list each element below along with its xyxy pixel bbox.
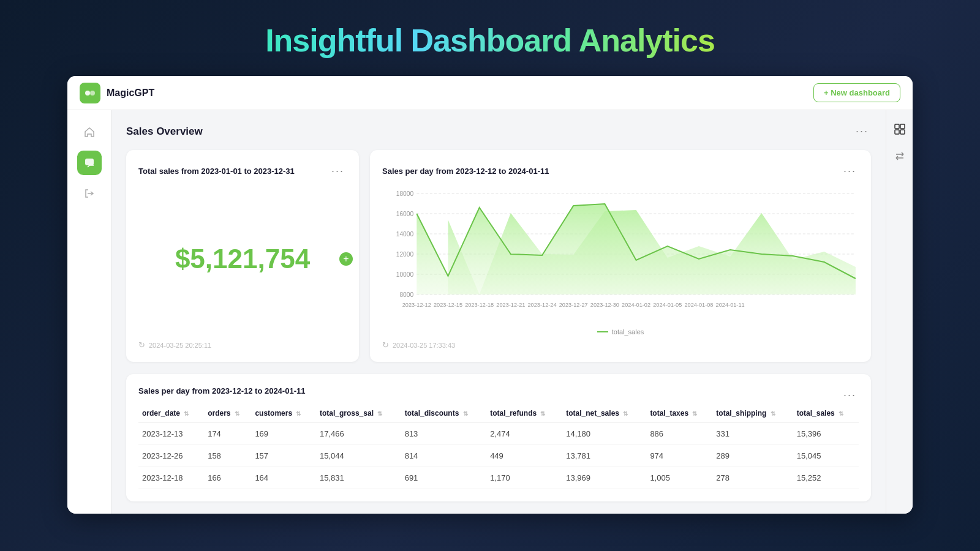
table-header: order_date ⇅ orders ⇅ customers ⇅ total_… [138, 404, 859, 423]
refresh-icon: ↻ [138, 340, 145, 350]
sidebar-chat-icon[interactable] [77, 151, 102, 175]
svg-text:2023-12-21: 2023-12-21 [496, 302, 525, 308]
stat-card-footer: ↻ 2024-03-25 20:25:11 [138, 340, 347, 350]
sort-icon: ⇅ [184, 410, 189, 417]
table-cell: 15,252 [793, 467, 859, 489]
legend-line [597, 331, 608, 332]
add-button[interactable]: + [339, 252, 353, 266]
svg-text:14000: 14000 [396, 231, 414, 238]
col-total-net-sales: total_net_sales ⇅ [562, 404, 646, 423]
chart-card-footer: ↻ 2024-03-25 17:33:43 [382, 340, 859, 350]
sort-icon: ⇅ [839, 410, 843, 417]
sort-icon: ⇅ [296, 410, 301, 417]
table-body: 2023-12-1317416917,4668132,47414,1808863… [138, 423, 859, 489]
col-total-taxes: total_taxes ⇅ [646, 404, 712, 423]
stat-card-body: $5,121,754 + [138, 182, 347, 335]
main-layout: Sales Overview ··· Total sales from 2023… [67, 110, 913, 514]
table-cell: 813 [401, 423, 486, 445]
section-header: Sales Overview ··· [126, 122, 871, 140]
col-total-gross-sal: total_gross_sal ⇅ [316, 404, 401, 423]
sort-icon: ⇅ [235, 410, 239, 417]
table-row: 2023-12-1317416917,4668132,47414,1808863… [138, 423, 859, 445]
svg-rect-29 [895, 124, 899, 129]
section-title: Sales Overview [126, 126, 203, 138]
table-cell: 169 [251, 423, 316, 445]
grid-panel-icon[interactable] [891, 120, 909, 138]
svg-text:2024-01-08: 2024-01-08 [684, 302, 713, 308]
header: MagicGPT + New dashboard [67, 76, 913, 110]
svg-text:2023-12-18: 2023-12-18 [465, 302, 494, 308]
chart-card-timestamp: 2024-03-25 17:33:43 [393, 342, 455, 349]
section-menu-button[interactable]: ··· [853, 122, 871, 140]
table-cell: 2023-12-26 [138, 445, 204, 467]
svg-text:2023-12-27: 2023-12-27 [559, 302, 588, 308]
svg-text:2024-01-11: 2024-01-11 [716, 302, 745, 308]
stat-card-header: Total sales from 2023-01-01 to 2023-12-3… [138, 162, 347, 180]
svg-text:18000: 18000 [396, 190, 414, 197]
sidebar [67, 110, 111, 514]
table-cell: 1,005 [646, 467, 712, 489]
chart-card-title: Sales per day from 2023-12-12 to 2024-01… [382, 167, 549, 176]
table-cell: 157 [251, 445, 316, 467]
chart-card-menu-button[interactable]: ··· [841, 162, 859, 180]
sidebar-home-icon[interactable] [77, 120, 102, 144]
svg-text:2024-01-02: 2024-01-02 [622, 302, 650, 308]
new-dashboard-button[interactable]: + New dashboard [813, 83, 900, 102]
table-cell: 174 [204, 423, 251, 445]
table-cell: 2,474 [486, 423, 562, 445]
col-total-sales: total_sales ⇅ [793, 404, 859, 423]
svg-point-1 [90, 91, 95, 96]
chart-area: 18000 16000 14000 12000 10000 8000 [382, 187, 859, 335]
stat-card-menu-button[interactable]: ··· [329, 162, 347, 180]
app-container: MagicGPT + New dashboard [67, 76, 913, 514]
sort-icon: ⇅ [692, 410, 697, 417]
stat-card-title: Total sales from 2023-01-01 to 2023-12-3… [138, 167, 295, 176]
table-cell: 13,781 [562, 445, 646, 467]
table-cell: 449 [486, 445, 562, 467]
swap-panel-icon[interactable] [891, 147, 909, 165]
table-cell: 289 [712, 445, 793, 467]
app-name-label: MagicGPT [107, 88, 154, 99]
table-cell: 15,831 [316, 467, 401, 489]
chart-card: Sales per day from 2023-12-12 to 2024-01… [370, 150, 871, 362]
col-orders: orders ⇅ [204, 404, 251, 423]
cards-row: Total sales from 2023-01-01 to 2023-12-3… [126, 150, 871, 362]
table-cell: 691 [401, 467, 486, 489]
sort-icon: ⇅ [463, 410, 468, 417]
sort-icon: ⇅ [377, 410, 382, 417]
svg-text:2023-12-15: 2023-12-15 [434, 302, 462, 308]
svg-text:2023-12-12: 2023-12-12 [402, 302, 431, 308]
table-cell: 2023-12-13 [138, 423, 204, 445]
svg-text:2023-12-24: 2023-12-24 [528, 302, 557, 308]
svg-rect-30 [900, 124, 905, 129]
chart-legend: total_sales [382, 328, 859, 335]
logo-area: MagicGPT [80, 83, 154, 103]
table-card: Sales per day from 2023-12-12 to 2024-01… [126, 374, 871, 501]
table-cell: 17,466 [316, 423, 401, 445]
table-cell: 14,180 [562, 423, 646, 445]
table-row: 2023-12-1816616415,8316911,17013,9691,00… [138, 467, 859, 489]
section-actions: ··· [853, 122, 871, 140]
chart-refresh-icon: ↻ [382, 340, 389, 350]
table-cell: 1,170 [486, 467, 562, 489]
table-row: 2023-12-2615815715,04481444913,781974289… [138, 445, 859, 467]
table-cell: 814 [401, 445, 486, 467]
table-cell: 2023-12-18 [138, 467, 204, 489]
table-cell: 15,045 [793, 445, 859, 467]
table-cell: 15,396 [793, 423, 859, 445]
svg-text:12000: 12000 [396, 251, 414, 258]
table-cell: 158 [204, 445, 251, 467]
table-cell: 164 [251, 467, 316, 489]
right-panel [886, 110, 913, 514]
svg-text:2023-12-30: 2023-12-30 [590, 302, 619, 308]
col-order-date: order_date ⇅ [138, 404, 204, 423]
svg-rect-2 [85, 159, 94, 165]
table-header-row: Sales per day from 2023-12-12 to 2024-01… [138, 386, 859, 404]
table-cell: 974 [646, 445, 712, 467]
sidebar-logout-icon[interactable] [77, 181, 102, 206]
col-total-shipping: total_shipping ⇅ [712, 404, 793, 423]
table-card-menu-button[interactable]: ··· [841, 386, 859, 404]
stat-value: $5,121,754 [175, 244, 310, 274]
stat-card: Total sales from 2023-01-01 to 2023-12-3… [126, 150, 359, 362]
stat-card-timestamp: 2024-03-25 20:25:11 [149, 342, 211, 349]
